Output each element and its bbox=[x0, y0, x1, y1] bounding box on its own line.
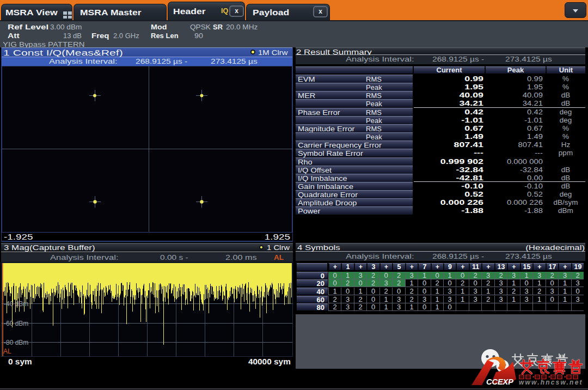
svg-text:www.hncsw.net: www.hncsw.net bbox=[519, 379, 583, 386]
svg-text:AL: AL bbox=[3, 348, 11, 355]
svg-text:-80 dBm: -80 dBm bbox=[4, 339, 28, 346]
svg-text:-60 dBm: -60 dBm bbox=[4, 320, 28, 327]
svg-text:-40 dBm: -40 dBm bbox=[4, 300, 28, 308]
svg-text:CCEXP: CCEXP bbox=[486, 377, 513, 386]
